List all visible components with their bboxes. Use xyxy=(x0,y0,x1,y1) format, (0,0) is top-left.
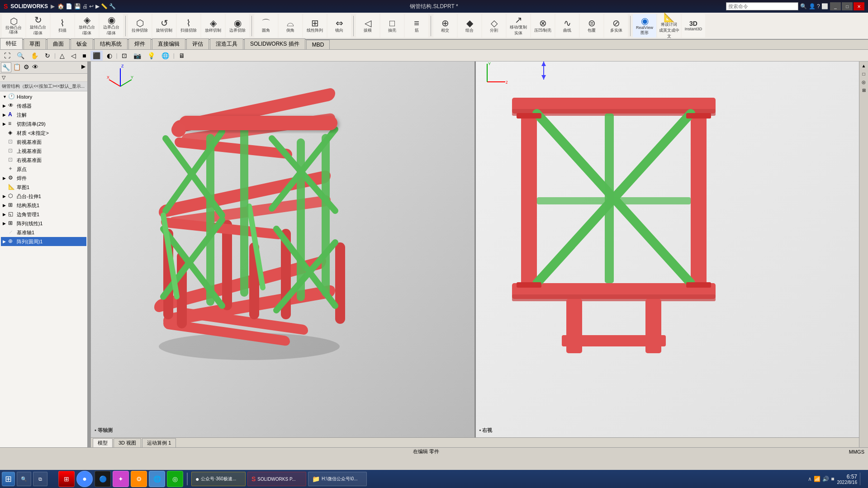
right-btn-3[interactable]: ◎ xyxy=(860,80,868,87)
maximize-btn[interactable]: □ xyxy=(842,2,853,10)
tree-origin[interactable]: ✦ 原点 xyxy=(1,165,86,174)
right-btn-4[interactable]: ⊞ xyxy=(860,88,868,95)
search-icon[interactable]: 🔍 xyxy=(800,3,807,9)
taskbar-solidworks[interactable]: S SOLIDWORKS P... xyxy=(247,472,306,486)
view-camera-btn[interactable]: 📷 xyxy=(131,51,143,61)
view-hidden-btn[interactable]: ◁ xyxy=(69,51,78,61)
tree-pattern-linear1[interactable]: ▶ ⊞ 阵列(线性)1 xyxy=(1,219,86,228)
tab-sheet-metal[interactable]: 钣金 xyxy=(71,38,93,49)
view-shaded-edges-btn[interactable]: ⬛ xyxy=(90,51,103,61)
tab-model[interactable]: 模型 xyxy=(93,438,113,447)
tree-front-plane[interactable]: ⊡ 前视基准面 xyxy=(1,137,86,147)
taskbar-icon-1[interactable]: ⊞ xyxy=(58,471,75,487)
tree-history[interactable]: ▼ 🕐 History xyxy=(1,92,86,101)
sidebar-feature-icon[interactable]: 🔧 xyxy=(1,62,11,72)
taskbar-icon-3[interactable]: 🔵 xyxy=(95,471,111,487)
tab-3d-view[interactable]: 3D 视图 xyxy=(114,438,141,447)
search-btn[interactable]: 🔍 xyxy=(17,472,31,486)
task-view-btn[interactable]: ⧉ xyxy=(33,472,47,486)
design-helper-btn[interactable]: 📐 将设计词成英文成中文 xyxy=(657,14,681,38)
tab-struct-sys[interactable]: 结构系统 xyxy=(94,38,128,49)
sidebar-config-icon[interactable]: ⚙ xyxy=(23,62,30,72)
tray-clock[interactable]: 6:57 2022/8/16 xyxy=(837,474,858,485)
loft-btn[interactable]: ◈ 放样凸台/基体 xyxy=(75,14,99,38)
extrude-boss-btn[interactable]: ⬡ 拉伸凸台/基体 xyxy=(2,14,25,38)
tree-sensors[interactable]: ▶ 👁 传感器 xyxy=(1,101,86,110)
tab-direct-edit[interactable]: 直接编辑 xyxy=(152,38,185,49)
view-scene-btn[interactable]: 🌐 xyxy=(159,51,171,61)
tab-motion1[interactable]: 运动算例 1 xyxy=(142,438,176,447)
realview-btn[interactable]: ◉ RealView图形 xyxy=(633,14,656,38)
tab-mbd[interactable]: MBD xyxy=(306,40,330,49)
taskbar-icon-2[interactable]: ● xyxy=(76,471,93,487)
left-viewport[interactable]: X Y Z • 等轴测 xyxy=(91,62,476,437)
multi-body-btn[interactable]: ⊘ 多实体 xyxy=(604,14,628,38)
show-desktop-btn[interactable] xyxy=(860,473,863,485)
revolve-boss-btn[interactable]: ↻ 旋转凸台/基体 xyxy=(26,14,50,38)
combine-btn[interactable]: ◆ 组合 xyxy=(458,14,481,38)
move-copy-btn[interactable]: ↗ 移动/复制实体 xyxy=(507,14,530,38)
tree-right-plane[interactable]: ⊡ 右视基准面 xyxy=(1,156,86,165)
sidebar-display-icon[interactable]: 👁 xyxy=(31,62,39,72)
minimize-btn[interactable]: _ xyxy=(830,2,841,10)
right-viewport[interactable]: Z Y • 右视 xyxy=(476,62,859,437)
tab-weld[interactable]: 焊件 xyxy=(128,38,151,49)
view-display-pane-btn[interactable]: 🖥 xyxy=(176,51,187,61)
fillet-btn[interactable]: ⌒ 圆角 xyxy=(254,14,278,38)
tab-surface[interactable]: 曲面 xyxy=(47,38,70,49)
instant3d-btn[interactable]: 3D Instant3D xyxy=(682,14,705,38)
tab-feature[interactable]: 特征 xyxy=(0,38,23,49)
chamfer-btn[interactable]: ⌓ 倒角 xyxy=(279,14,302,38)
revolve-cut-btn[interactable]: ↺ 旋转切制 xyxy=(152,14,176,38)
tab-sw-plugin[interactable]: SOLIDWORKS 插件 xyxy=(244,38,305,49)
tray-network[interactable]: 📶 xyxy=(814,476,821,482)
tree-boss1[interactable]: ▶ ⬡ 凸台-拉伸1 xyxy=(1,192,86,201)
rib-btn[interactable]: ≡ 筋 xyxy=(405,14,428,38)
view-shadow-btn[interactable]: ◐ xyxy=(104,51,114,61)
tree-struct-sys1[interactable]: ▶ ⊞ 结构系统1 xyxy=(1,201,86,210)
mirror-btn[interactable]: ⇔ 镜向 xyxy=(327,14,351,38)
intersect-btn[interactable]: ⊕ 相交 xyxy=(433,14,457,38)
tab-evaluate[interactable]: 评估 xyxy=(186,38,209,49)
taskbar-icon-5[interactable]: ⚙ xyxy=(131,471,147,487)
tray-sound[interactable]: 🔊 xyxy=(822,476,829,482)
draft-btn[interactable]: ◁ 拔模 xyxy=(356,14,379,38)
pattern-linear-btn[interactable]: ⊞ 线性阵列 xyxy=(303,14,327,38)
extrude-cut-btn[interactable]: ⬡ 拉伸切除 xyxy=(128,14,152,38)
tree-annotations[interactable]: ▶ A 注解 xyxy=(1,110,86,119)
sweep-cut-btn[interactable]: ⌇ 扫描切除 xyxy=(177,14,200,38)
tab-sketch[interactable]: 草图 xyxy=(24,38,46,49)
sweep-btn[interactable]: ⌇ 扫描 xyxy=(51,14,74,38)
boundary-btn[interactable]: ◉ 边界凸台/基体 xyxy=(100,14,123,38)
view-orientation-btn[interactable]: ⛶ xyxy=(2,51,13,61)
taskbar-icon-6[interactable]: 🌐 xyxy=(149,471,165,487)
sidebar-property-icon[interactable]: 📋 xyxy=(12,62,22,72)
view-pan-btn[interactable]: ✋ xyxy=(28,51,41,61)
curve-btn[interactable]: ∿ 曲线 xyxy=(555,14,579,38)
tree-material[interactable]: ◈ 材质 <未指定> xyxy=(1,128,86,137)
taskbar-folder[interactable]: 📁 H:\微信公众号\0... xyxy=(308,472,367,486)
indent-btn[interactable]: ⊗ 压凹/制壳 xyxy=(531,14,555,38)
view-wireframe-btn[interactable]: △ xyxy=(57,51,67,61)
view-zoom-btn[interactable]: 🔍 xyxy=(14,51,27,61)
right-btn-2[interactable]: □ xyxy=(860,71,868,79)
right-btn-1[interactable]: ▲ xyxy=(860,63,868,71)
tree-pattern-circ1[interactable]: ▶ ⊕ 阵列(圆周)1 xyxy=(1,237,86,246)
taskbar-icon-7[interactable]: ◎ xyxy=(167,471,183,487)
view-section-btn[interactable]: ⊡ xyxy=(119,51,129,61)
view-rotate-btn[interactable]: ↻ xyxy=(43,51,52,61)
start-btn[interactable]: ⊞ xyxy=(2,472,15,486)
tree-sketch1[interactable]: 📐 草图1 xyxy=(1,183,86,192)
boundary-cut-btn[interactable]: ◉ 边界切除 xyxy=(226,14,249,38)
tree-cut-list[interactable]: ▶ ≡ 切割清单(29) xyxy=(1,119,86,128)
split-btn[interactable]: ◇ 分割 xyxy=(482,14,506,38)
wrap-btn[interactable]: ⊜ 包覆 xyxy=(580,14,603,38)
tree-top-plane[interactable]: ⊡ 上视基准面 xyxy=(1,147,86,156)
view-lights-btn[interactable]: 💡 xyxy=(145,51,157,61)
taskbar-icon-4[interactable]: ✦ xyxy=(113,471,129,487)
tree-weld[interactable]: ▶ ⚙ 焊件 xyxy=(1,174,86,183)
shell-btn[interactable]: □ 抽壳 xyxy=(380,14,404,38)
close-btn[interactable]: ✕ xyxy=(854,2,864,10)
tray-arrow[interactable]: ∧ xyxy=(808,476,812,482)
tree-base-axis1[interactable]: ⟋ 基准轴1 xyxy=(1,228,86,237)
